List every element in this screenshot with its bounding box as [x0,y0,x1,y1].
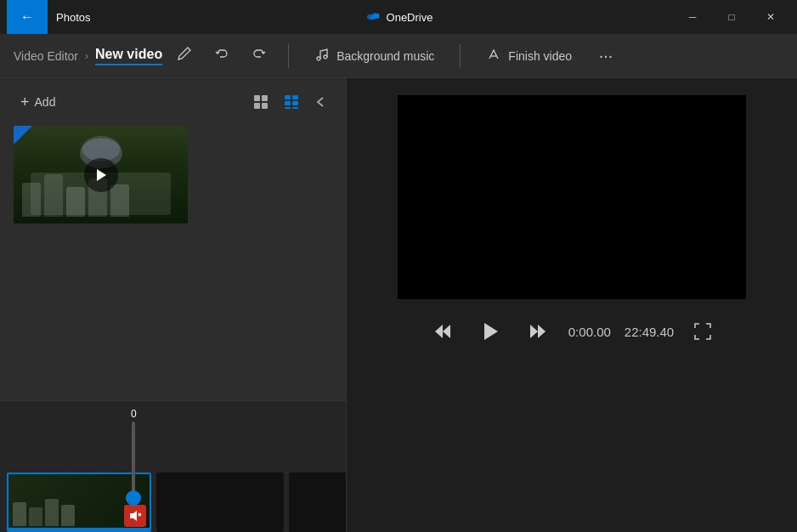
svg-rect-3 [254,95,260,101]
svg-rect-12 [292,107,298,109]
view-toggles [247,88,332,116]
breadcrumb-separator: › [85,50,88,62]
background-music-label: Background music [336,49,434,63]
music-icon [314,47,330,65]
svg-marker-20 [530,325,538,338]
finish-icon [486,47,501,65]
toolbar: Video Editor › New video [0,34,797,78]
close-button[interactable]: ✕ [751,0,790,34]
right-panel: 0:00.00 22:49.40 [347,78,797,532]
back-button[interactable]: ← [7,0,48,34]
video-indicator [14,126,32,144]
play-button[interactable] [473,314,507,348]
svg-rect-11 [285,107,291,109]
preview-controls: 0:00.00 22:49.40 [364,314,780,348]
svg-rect-7 [285,95,291,99]
redo-icon [252,46,267,65]
titlebar: ← Photos OneDrive ─ □ ✕ [0,0,797,34]
undo-icon [214,46,229,65]
svg-point-2 [324,55,327,59]
clip-progress [8,528,150,530]
fullscreen-button[interactable] [687,316,718,347]
volume-value: 0 [131,408,137,420]
titlebar-center: OneDrive [365,10,433,24]
toolbar-divider-1 [288,44,289,68]
svg-rect-10 [292,101,298,105]
svg-rect-6 [262,103,268,109]
back-icon: ← [20,9,34,25]
svg-marker-17 [435,325,443,338]
minimize-button[interactable]: ─ [673,0,712,34]
tile-view-button[interactable] [278,88,305,116]
redo-button[interactable] [244,41,274,71]
timeline-area: 0 [0,400,346,532]
svg-marker-21 [538,325,545,338]
svg-point-0 [367,14,377,20]
timeline-clip-2[interactable] [156,473,284,532]
svg-point-1 [317,57,320,60]
window-controls: ─ □ ✕ [673,0,790,34]
svg-marker-19 [484,323,498,340]
onedrive-icon [365,10,380,24]
svg-rect-4 [262,95,268,101]
onedrive-label: OneDrive [387,11,433,24]
add-label: Add [35,95,56,109]
edit-icon [177,46,192,65]
add-icon: + [20,93,30,111]
more-icon: ··· [599,46,613,65]
volume-slider-thumb[interactable] [126,490,141,506]
add-media-button[interactable]: + Add [14,90,62,115]
left-panel: + Add [0,78,347,532]
edit-button[interactable] [169,41,200,71]
current-time-display: 0:00.00 [568,325,611,339]
media-items [14,126,332,224]
svg-marker-18 [443,325,450,338]
svg-rect-5 [254,103,260,109]
collapse-panel-button[interactable] [308,90,332,114]
svg-rect-8 [292,95,298,99]
play-button-overlay[interactable] [84,158,118,192]
preview-window [398,95,746,299]
media-area: + Add [0,78,346,400]
app-name: Photos [56,11,90,24]
svg-marker-13 [97,169,106,181]
finish-video-button[interactable]: Finish video [474,42,584,71]
total-time-display: 22:49.40 [625,325,674,339]
maximize-button[interactable]: □ [712,0,751,34]
finish-video-label: Finish video [508,49,572,63]
svg-marker-14 [130,511,137,521]
rewind-button[interactable] [426,314,460,348]
timeline-clip-3[interactable] [289,473,346,532]
timeline-scroll[interactable]: 0 [0,401,346,532]
grid-view-button[interactable] [247,88,274,116]
volume-slider-track[interactable] [132,422,135,498]
mute-badge[interactable] [124,505,146,527]
background-music-button[interactable]: Background music [302,42,446,71]
more-options-button[interactable]: ··· [591,41,621,71]
timeline-track [7,473,339,532]
breadcrumb-active: New video [95,47,162,65]
media-item[interactable] [14,126,188,224]
breadcrumb-parent[interactable]: Video Editor [14,49,78,63]
toolbar-divider-2 [460,44,461,68]
main-area: + Add [0,78,797,532]
forward-button[interactable] [521,314,555,348]
undo-button[interactable] [206,41,237,71]
volume-slider-container: 0 [131,408,137,498]
svg-rect-9 [285,101,291,105]
media-toolbar: + Add [14,88,332,116]
